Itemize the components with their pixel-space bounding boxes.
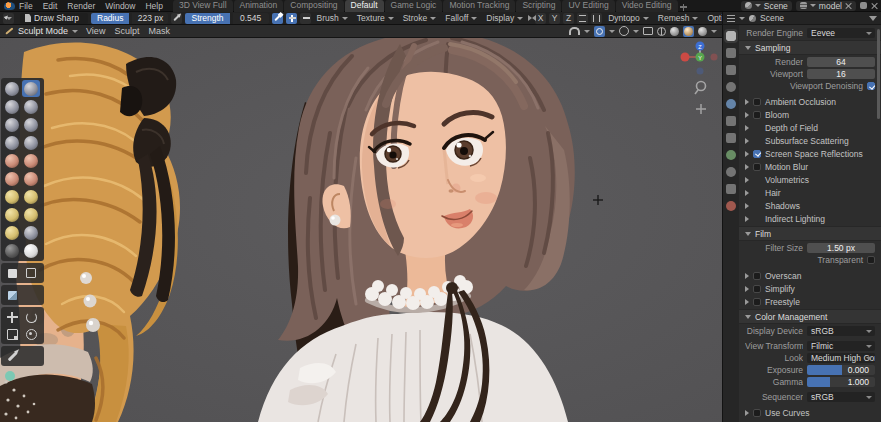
panel-shadows[interactable]: Shadows: [739, 199, 881, 212]
output-tab-icon[interactable]: [726, 48, 736, 58]
move-tool[interactable]: [3, 309, 21, 325]
expand-icon[interactable]: [745, 164, 749, 170]
panel-ambient-occlusion[interactable]: Ambient Occlusion: [739, 95, 881, 108]
menu-render[interactable]: Render: [67, 1, 95, 11]
transform-tool[interactable]: [22, 326, 40, 342]
brush-clay-thumb[interactable]: [3, 116, 21, 133]
outliner-scene-item[interactable]: Scene: [760, 13, 784, 23]
transparent-checkbox[interactable]: [867, 256, 875, 264]
modifiers-tab-icon[interactable]: [726, 133, 736, 143]
object-tab-icon[interactable]: [726, 116, 736, 126]
radius-slider[interactable]: Radius: [91, 13, 129, 24]
tab-scripting[interactable]: Scripting: [516, 0, 561, 12]
panel-checkbox[interactable]: [753, 298, 761, 306]
brush-draw[interactable]: [3, 80, 21, 97]
blender-logo-icon[interactable]: [4, 2, 15, 10]
sampling-header[interactable]: Sampling: [739, 40, 881, 55]
screen-icon[interactable]: [860, 2, 867, 9]
tab-motion-tracking[interactable]: Motion Tracking: [443, 0, 515, 12]
brush-smooth[interactable]: [22, 152, 40, 169]
brush-multiplane-scrape[interactable]: [3, 188, 21, 205]
panel-checkbox[interactable]: [753, 111, 761, 119]
panel-overscan[interactable]: Overscan: [739, 269, 881, 282]
brush-thumb[interactable]: [22, 206, 40, 223]
annotate-t ool[interactable]: [3, 348, 21, 364]
menu-window[interactable]: Window: [105, 1, 135, 11]
scrollbar[interactable]: [877, 29, 880, 119]
tiling-option-button[interactable]: [591, 13, 602, 24]
material-tab-icon[interactable]: [726, 201, 736, 211]
filter-icon[interactable]: [869, 16, 877, 21]
brush-scrape[interactable]: [22, 170, 40, 187]
use-curves-checkbox[interactable]: [753, 409, 761, 417]
viewport-samples-field[interactable]: 16: [807, 69, 875, 79]
tab-animation[interactable]: Animation: [234, 0, 284, 12]
physics-tab-icon[interactable]: [726, 167, 736, 177]
render-samples-field[interactable]: 64: [807, 57, 875, 67]
gizmo-toggle-icon[interactable]: [594, 26, 605, 37]
viewport-canvas[interactable]: Y Z: [0, 38, 722, 422]
display-menu[interactable]: Display: [483, 13, 526, 23]
expand-icon[interactable]: [745, 299, 749, 305]
view-transform-select[interactable]: Filmic: [807, 341, 875, 351]
dyntopo-menu[interactable]: Dyntopo: [605, 13, 652, 23]
exposure-slider[interactable]: 0.000: [807, 365, 875, 375]
brush-menu[interactable]: Brush: [314, 13, 351, 23]
expand-icon[interactable]: [745, 216, 749, 222]
render-engine-select[interactable]: Eevee: [807, 28, 875, 38]
menu-view[interactable]: View: [86, 26, 105, 36]
add-workspace-icon[interactable]: [679, 2, 689, 12]
brush-nudge[interactable]: [22, 224, 40, 241]
overlays-icon[interactable]: [619, 26, 629, 36]
expand-icon[interactable]: [745, 138, 749, 144]
outliner-display-mode-icon[interactable]: [727, 15, 735, 22]
panel-motion-blur[interactable]: Motion Blur: [739, 160, 881, 173]
brush-layer[interactable]: [22, 116, 40, 133]
view-layer-selector[interactable]: model: [796, 1, 856, 11]
radius-pressure-button[interactable]: [171, 13, 182, 24]
world-tab-icon[interactable]: [726, 99, 736, 109]
brush-rotate[interactable]: [3, 242, 21, 259]
brush-name-field[interactable]: Draw Sharp: [20, 13, 88, 24]
expand-icon[interactable]: [745, 151, 749, 157]
expand-icon[interactable]: [745, 410, 749, 416]
brush-draw-sharp[interactable]: [22, 80, 40, 97]
brush-crease[interactable]: [3, 152, 21, 169]
snap-magnet-icon[interactable]: [569, 27, 580, 35]
editor-type-button[interactable]: [3, 13, 14, 24]
panel-use-curves[interactable]: Use Curves: [739, 406, 881, 419]
panel-freestyle[interactable]: Freestyle: [739, 295, 881, 308]
shading-wireframe-icon[interactable]: [657, 27, 666, 36]
scene-tab-icon[interactable]: [726, 82, 736, 92]
tab-video-editing[interactable]: Video Editing: [616, 0, 678, 12]
constraints-tab-icon[interactable]: [726, 184, 736, 194]
shading-solid-icon[interactable]: [670, 27, 679, 36]
panel-bloom[interactable]: Bloom: [739, 108, 881, 121]
panel-checkbox[interactable]: [753, 150, 761, 158]
unlink-icon[interactable]: [845, 2, 852, 9]
panel-checkbox[interactable]: [753, 272, 761, 280]
mirror-x-button[interactable]: X: [535, 13, 546, 24]
box-hide-tool[interactable]: [22, 265, 40, 281]
mesh-filter-tool[interactable]: [3, 287, 21, 303]
denoise-checkbox[interactable]: [867, 82, 875, 90]
direction-add-button[interactable]: [286, 13, 297, 24]
render-tab-icon[interactable]: [726, 31, 736, 41]
brush-clay-strips[interactable]: [22, 98, 40, 115]
view-layer-tab-icon[interactable]: [726, 65, 736, 75]
remesh-menu[interactable]: Remesh: [655, 13, 702, 23]
panel-depth-of-field[interactable]: Depth of Field: [739, 121, 881, 134]
direction-subtract-button[interactable]: [300, 13, 311, 24]
tab-uv-editing[interactable]: UV Editing: [562, 0, 614, 12]
tab-game-logic[interactable]: Game Logic: [385, 0, 443, 12]
brush-elastic-deform[interactable]: [22, 188, 40, 205]
display-device-select[interactable]: sRGB: [807, 326, 875, 336]
brush-snake-hook[interactable]: [3, 206, 21, 223]
sequencer-select[interactable]: sRGB: [807, 392, 875, 402]
brush-flatten[interactable]: [3, 170, 21, 187]
scale-tool[interactable]: [3, 326, 21, 342]
symmetry-option-button[interactable]: [577, 13, 588, 24]
texture-menu[interactable]: Texture: [354, 13, 397, 23]
panel-checkbox[interactable]: [753, 163, 761, 171]
brush-inflate[interactable]: [3, 134, 21, 151]
